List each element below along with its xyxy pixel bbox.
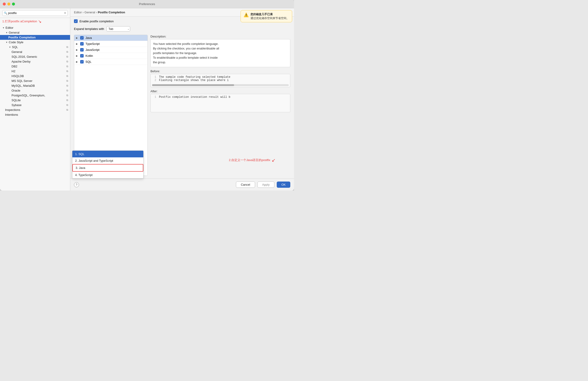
expand-dropdown[interactable]: Tab Enter Tab or Enter (106, 26, 130, 32)
sidebar-item-sql-group[interactable]: ▼ SQL ⧉ (0, 45, 70, 49)
breadcrumb-separator: › (83, 11, 84, 14)
sidebar-item-editor[interactable]: ▼ Editor (0, 25, 70, 30)
dropdown-item-typescript[interactable]: 4. TypeScript (72, 172, 143, 178)
expand-arrow-icon: ▶ (76, 60, 79, 63)
expand-templates-row: Expand templates with Tab Enter Tab or E… (74, 26, 290, 32)
breadcrumb-part: Editor (74, 11, 82, 14)
description-panel: Description: You have selected the postf… (150, 35, 290, 176)
search-input-wrap[interactable]: 🔍 ✕ (2, 10, 68, 16)
lang-label: SQL (85, 60, 91, 63)
lang-checkbox[interactable]: ✓ (80, 48, 84, 52)
expand-dropdown-wrap: Tab Enter Tab or Enter ⌄ (106, 26, 130, 32)
sidebar-item-label: Inspections (5, 108, 65, 112)
lang-label: TypeScript (85, 42, 100, 46)
sidebar-item-label: Postfix Completion (8, 36, 68, 39)
sidebar-item-label: SQLite (12, 98, 65, 102)
expand-arrow-icon: ▼ (5, 41, 8, 44)
sidebar-item-inspections[interactable]: Inspections ⧉ (0, 107, 70, 112)
lang-checkbox[interactable]: ✓ (80, 42, 84, 46)
help-button[interactable]: ? (74, 182, 79, 187)
sidebar-item-label: DB2 (12, 65, 65, 68)
sidebar-item-sql-general[interactable]: General ⧉ (0, 49, 70, 54)
lang-item-kotlin[interactable]: ▶ ✓ Kotlin (74, 53, 147, 59)
sidebar-item-label: Apache Derby (12, 60, 65, 63)
copy-icon: ⧉ (66, 99, 68, 102)
copy-icon: ⧉ (66, 84, 68, 87)
sidebar-item-code-style[interactable]: ▼ Code Style (0, 40, 70, 45)
sidebar-item-general[interactable]: ▼ General (0, 30, 70, 35)
code-line: 1 The sample code featuring selected tem… (153, 76, 288, 79)
main-content: 🔍 ✕ 1.打开postfix aCompletion ↘ ▼ Editor (0, 8, 294, 190)
sidebar-item-mysql[interactable]: MySQL, MariaDB ⧉ (0, 83, 70, 88)
arrow-down-left-icon: ↙ (272, 157, 275, 163)
sidebar-item-label: SQL (12, 45, 65, 49)
expand-label: Expand templates with (74, 27, 104, 31)
sidebar-item-db2[interactable]: DB2 ⧉ (0, 64, 70, 69)
copy-icon: ⧉ (66, 60, 68, 63)
lang-item-javascript[interactable]: ▶ ✓ JavaScript (74, 47, 147, 53)
sidebar-item-label: Sybase (12, 103, 65, 107)
sidebar-item-intentions[interactable]: Intentions (0, 112, 70, 117)
cancel-button[interactable]: Cancel (236, 182, 255, 188)
copy-icon: ⧉ (66, 89, 68, 92)
bottom-bar: ? Cancel Apply OK (70, 179, 294, 190)
sidebar-item-postfix-completion[interactable]: Postfix Completion (0, 35, 70, 40)
sidebar-item-sqlite[interactable]: SQLite ⧉ (0, 98, 70, 103)
lang-item-typescript[interactable]: ▶ ✓ TypeScript (74, 41, 147, 47)
sidebar-tree: ▼ Editor ▼ General Postfix Completion (0, 24, 70, 190)
breadcrumb-part: General (84, 11, 95, 14)
search-bar: 🔍 ✕ (0, 8, 70, 18)
description-label: Description: (150, 35, 290, 38)
after-section: After: 1 Postfix completion invocation r… (150, 90, 290, 112)
sidebar-item-label: HSQLDB (12, 74, 65, 78)
sidebar-item-oracle[interactable]: Oracle ⧉ (0, 88, 70, 93)
copy-icon: ⧉ (66, 70, 68, 73)
lang-checkbox[interactable]: ✓ (80, 54, 84, 57)
apply-button[interactable]: Apply (257, 182, 275, 188)
dropdown-overlay: 1. SQL 2. JavaScript and TypeScript 3. J… (72, 151, 144, 179)
lang-item-java[interactable]: ▶ ✓ Java (74, 35, 147, 41)
maximize-button[interactable] (12, 2, 15, 5)
sidebar-item-sybase[interactable]: Sybase ⧉ (0, 103, 70, 107)
right-panel: ⚠️ 您的磁盘几乎已满 通过优化储存空间来节省空间。 Editor › Gene… (70, 8, 294, 190)
lang-item-sql[interactable]: ▶ ✓ SQL (74, 59, 147, 65)
sidebar-item-h2[interactable]: H2 ⧉ (0, 69, 70, 74)
sidebar-item-label: MS SQL Server (12, 79, 65, 83)
minimize-button[interactable] (7, 2, 10, 5)
sidebar-item-label: Code Style (9, 40, 68, 44)
notification-body: 通过优化储存空间来节省空间。 (251, 16, 289, 20)
expand-arrow-icon: ▶ (76, 49, 79, 51)
expand-arrow-icon: ▶ (76, 42, 79, 45)
lang-checkbox[interactable]: ✓ (80, 36, 84, 39)
lang-label: JavaScript (85, 48, 100, 52)
ok-button[interactable]: OK (277, 182, 290, 188)
sidebar-item-label: Oracle (12, 89, 65, 92)
sidebar-item-hsqldb[interactable]: HSQLDB ⧉ (0, 74, 70, 78)
copy-icon: ⧉ (66, 79, 68, 82)
dropdown-item-sql[interactable]: 1. SQL (72, 151, 143, 157)
sidebar-item-label: Intentions (5, 113, 68, 116)
clear-search-icon[interactable]: ✕ (64, 11, 66, 15)
annotation-2: 2.自定义一个Java语言的postfix ↙ (229, 157, 275, 163)
window-title: Preferences (139, 2, 155, 6)
sidebar-item-ms-sql[interactable]: MS SQL Server ⧉ (0, 78, 70, 83)
annotation-text: 2.自定义一个Java语言的postfix (229, 158, 270, 162)
code-scrollbar[interactable] (152, 84, 289, 86)
dropdown-item-java[interactable]: 3. Java (72, 164, 143, 172)
close-button[interactable] (3, 2, 6, 5)
sidebar-item-label: SQL:2016, Generic (12, 55, 65, 58)
search-input[interactable] (2, 10, 68, 16)
sidebar-item-sql-2016[interactable]: SQL:2016, Generic ⧉ (0, 54, 70, 59)
window-controls (3, 2, 15, 5)
enable-label: Enable postfix completion (80, 19, 114, 23)
sidebar-item-apache-derby[interactable]: Apache Derby ⧉ (0, 59, 70, 64)
copy-icon: ⧉ (66, 94, 68, 97)
sidebar-item-postgresql[interactable]: PostgreSQL, Greenplum, ⧉ (0, 93, 70, 98)
enable-checkbox[interactable]: ✓ (74, 19, 78, 23)
description-box: You have selected the postfix completion… (150, 39, 290, 67)
sidebar-item-label: PostgreSQL, Greenplum, (12, 94, 65, 97)
lang-checkbox[interactable]: ✓ (80, 60, 84, 63)
copy-icon: ⧉ (66, 75, 68, 77)
dropdown-item-js-ts[interactable]: 2. JavaScript and TypeScript (72, 157, 143, 164)
before-label: Before: (150, 70, 290, 73)
